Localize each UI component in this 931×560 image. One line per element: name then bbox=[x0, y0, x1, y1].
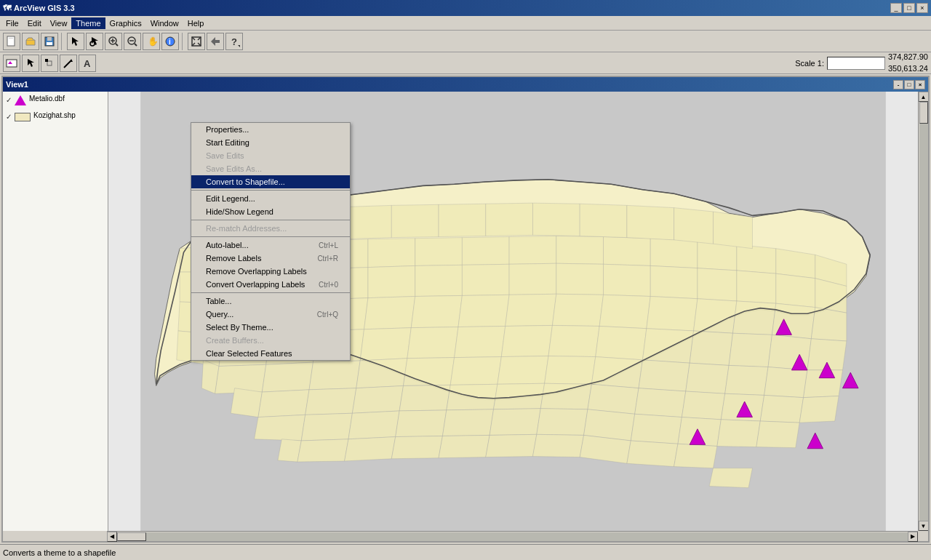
menu-view[interactable]: View bbox=[46, 17, 72, 29]
theme-toggle-button[interactable] bbox=[3, 55, 20, 72]
menu-edit[interactable]: Edit bbox=[23, 17, 46, 29]
view-controls[interactable]: - □ × bbox=[893, 80, 925, 89]
svg-text:A: A bbox=[84, 58, 91, 69]
start-editing-label: Start Editing bbox=[206, 138, 249, 147]
scroll-down-button[interactable]: ▼ bbox=[919, 521, 929, 531]
edit-legend-label: Edit Legend... bbox=[206, 194, 255, 203]
view-minimize[interactable]: - bbox=[893, 80, 903, 89]
svg-rect-3 bbox=[47, 37, 52, 41]
save-button[interactable] bbox=[41, 33, 58, 50]
pan-tool[interactable]: ✋ bbox=[143, 33, 160, 50]
remove-labels-label: Remove Labels bbox=[206, 254, 261, 263]
properties-label: Properties... bbox=[206, 125, 249, 134]
select-pointer[interactable] bbox=[22, 55, 39, 72]
scroll-right-button[interactable]: ▶ bbox=[908, 532, 918, 542]
menu-remove-labels[interactable]: Remove Labels Ctrl+R bbox=[191, 252, 350, 265]
menu-bar: File Edit View Theme Graphics Window Hel… bbox=[0, 16, 931, 31]
scale-area: Scale 1: 374,827.90350,613.24 bbox=[795, 52, 928, 74]
clear-selected-features-label: Clear Selected Features bbox=[206, 349, 292, 358]
full-extent-button[interactable] bbox=[188, 33, 205, 50]
zoom-in-tool[interactable] bbox=[105, 33, 122, 50]
menu-edit-legend[interactable]: Edit Legend... bbox=[191, 192, 350, 205]
scroll-thumb-h[interactable] bbox=[117, 532, 146, 541]
title-bar: 🗺 ArcView GIS 3.3 _ □ × bbox=[0, 0, 931, 16]
menu-properties[interactable]: Properties... bbox=[191, 123, 350, 136]
toolbar-1: ✋ i ? bbox=[0, 31, 931, 52]
scrollbar-h-container: ◀ ▶ bbox=[3, 531, 928, 541]
scrollbar-horizontal[interactable]: ◀ ▶ bbox=[107, 531, 918, 541]
close-button[interactable]: × bbox=[916, 3, 928, 13]
menu-table[interactable]: Table... bbox=[191, 295, 350, 308]
menu-help[interactable]: Help bbox=[183, 17, 209, 29]
svg-marker-23 bbox=[211, 37, 220, 46]
maximize-button[interactable]: □ bbox=[903, 3, 915, 13]
svg-text:i: i bbox=[169, 38, 171, 46]
menu-remove-overlapping-labels[interactable]: Remove Overlapping Labels bbox=[191, 265, 350, 278]
svg-rect-0 bbox=[7, 36, 15, 46]
legend-label-kozighat: Kozighat.shp bbox=[33, 111, 76, 119]
menu-rematch-addresses[interactable]: Re-match Addresses... bbox=[191, 222, 350, 235]
scale-label: Scale 1: bbox=[795, 59, 824, 68]
view-close[interactable]: × bbox=[915, 80, 925, 89]
menu-hide-show-legend[interactable]: Hide/Show Legend bbox=[191, 205, 350, 218]
convert-overlapping-labels-label: Convert Overlapping Labels bbox=[206, 280, 305, 289]
table-label: Table... bbox=[206, 297, 231, 305]
draw-tool[interactable] bbox=[60, 55, 77, 72]
save-edits-label: Save Edits bbox=[206, 151, 244, 160]
open-button[interactable] bbox=[22, 33, 39, 50]
svg-rect-30 bbox=[45, 59, 48, 62]
app-title: ArcView GIS 3.3 bbox=[14, 4, 75, 12]
legend-item-metalio[interactable]: ✓ Metalio.dbf bbox=[6, 95, 105, 105]
remove-overlapping-labels-label: Remove Overlapping Labels bbox=[206, 267, 307, 276]
legend-check-kozighat[interactable]: ✓ bbox=[6, 113, 12, 121]
help-button[interactable]: ? bbox=[225, 33, 243, 50]
legend-panel: ✓ Metalio.dbf ✓ Kozighat.shp bbox=[3, 92, 108, 531]
menu-window[interactable]: Window bbox=[146, 17, 183, 29]
menu-clear-selected-features[interactable]: Clear Selected Features bbox=[191, 347, 350, 360]
legend-check-metalio[interactable]: ✓ bbox=[6, 96, 12, 104]
menu-start-editing[interactable]: Start Editing bbox=[191, 136, 350, 149]
app-icon: 🗺 bbox=[3, 4, 11, 12]
scrollbar-vertical[interactable]: ▲ ▼ bbox=[918, 92, 928, 531]
menu-create-buffers[interactable]: Create Buffers... bbox=[191, 334, 350, 347]
vertex-tool[interactable] bbox=[41, 55, 58, 72]
legend-spacer bbox=[3, 531, 107, 541]
identify-tool[interactable]: i bbox=[161, 33, 179, 50]
menu-convert-shapefile[interactable]: Convert to Shapefile... bbox=[191, 175, 350, 188]
menu-query[interactable]: Query... Ctrl+Q bbox=[191, 308, 350, 321]
view-maximize[interactable]: □ bbox=[904, 80, 914, 89]
title-bar-controls[interactable]: _ □ × bbox=[890, 3, 928, 13]
view-title-bar: View1 - □ × bbox=[3, 77, 928, 92]
create-buffers-label: Create Buffers... bbox=[206, 336, 264, 345]
svg-line-13 bbox=[135, 44, 137, 46]
new-button[interactable] bbox=[3, 33, 20, 50]
scroll-left-button[interactable]: ◀ bbox=[107, 532, 117, 542]
text-tool[interactable]: A bbox=[79, 55, 96, 72]
pointer-tool[interactable] bbox=[67, 33, 84, 50]
separator-2 bbox=[191, 220, 350, 220]
scroll-up-button[interactable]: ▲ bbox=[919, 92, 929, 102]
separator-2 bbox=[182, 33, 185, 50]
menu-select-by-theme[interactable]: Select By Theme... bbox=[191, 321, 350, 334]
menu-theme[interactable]: Theme bbox=[71, 17, 105, 29]
select-tool[interactable] bbox=[86, 33, 103, 50]
scroll-thumb-v[interactable] bbox=[919, 102, 928, 124]
menu-save-edits[interactable]: Save Edits bbox=[191, 149, 350, 162]
scroll-track-v[interactable] bbox=[919, 102, 928, 521]
scroll-track-h[interactable] bbox=[117, 532, 908, 541]
menu-auto-label[interactable]: Auto-label... Ctrl+L bbox=[191, 239, 350, 252]
zoom-out-tool[interactable] bbox=[124, 33, 141, 50]
menu-graphics[interactable]: Graphics bbox=[105, 17, 146, 29]
zoom-prev-button[interactable] bbox=[207, 33, 224, 50]
menu-file[interactable]: File bbox=[1, 17, 23, 29]
separator-4 bbox=[191, 292, 350, 293]
convert-overlapping-shortcut: Ctrl+0 bbox=[319, 281, 338, 289]
legend-item-kozighat[interactable]: ✓ Kozighat.shp bbox=[6, 111, 105, 121]
menu-save-edits-as[interactable]: Save Edits As... bbox=[191, 162, 350, 175]
menu-convert-overlapping-labels[interactable]: Convert Overlapping Labels Ctrl+0 bbox=[191, 278, 350, 291]
separator-1 bbox=[191, 190, 350, 191]
auto-label-label: Auto-label... bbox=[206, 241, 249, 249]
minimize-button[interactable]: _ bbox=[890, 3, 902, 13]
scale-input[interactable] bbox=[827, 57, 885, 70]
remove-labels-shortcut: Ctrl+R bbox=[317, 255, 338, 263]
